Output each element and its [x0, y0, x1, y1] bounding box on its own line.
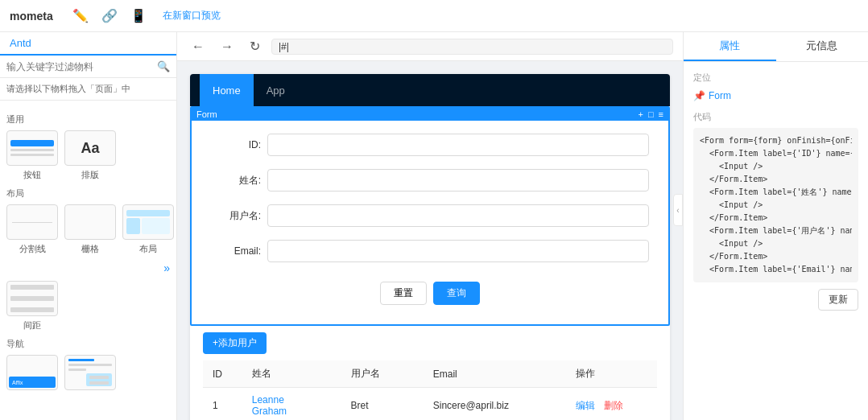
- form-location-link[interactable]: 📌 Form: [693, 90, 858, 101]
- col-id: ID: [203, 360, 242, 388]
- input-id[interactable]: [267, 134, 649, 156]
- search-button[interactable]: 查询: [433, 282, 480, 305]
- form-add-icon[interactable]: +: [638, 109, 643, 119]
- code-line-8: <Input />: [700, 237, 852, 250]
- nav-item-home[interactable]: Home: [200, 74, 254, 106]
- section-title-layout: 布局: [6, 187, 170, 200]
- sidebar-content: 通用 按钮 Aa 排版: [0, 101, 176, 420]
- refresh-btn[interactable]: ↻: [245, 37, 265, 56]
- input-username[interactable]: [267, 204, 649, 227]
- sidebar-item-layout[interactable]: 布局: [122, 204, 174, 255]
- sidebar-hint: 请选择以下物料拖入「页面」中: [0, 78, 176, 101]
- mobile-icon[interactable]: 📱: [130, 8, 147, 23]
- tab-properties[interactable]: 属性: [684, 32, 776, 61]
- nav-item-app[interactable]: App: [254, 74, 298, 106]
- form-row-name: 姓名:: [211, 169, 649, 191]
- sidebar-item-divider[interactable]: 分割线: [6, 204, 58, 255]
- spacing-label: 间距: [23, 319, 41, 331]
- edit-btn-1[interactable]: 编辑: [576, 400, 595, 411]
- preview-nav: Home App: [190, 74, 670, 106]
- code-line-2: <Input />: [700, 160, 852, 173]
- expand-arrow[interactable]: »: [163, 261, 170, 274]
- update-btn-container: 更新: [693, 289, 858, 311]
- table-header-row: ID 姓名 用户名 Email 操作: [203, 360, 657, 388]
- delete-btn-1[interactable]: 删除: [604, 400, 623, 411]
- common-items-row: 按钮 Aa 排版: [6, 130, 170, 181]
- add-user-button[interactable]: +添加用户: [203, 332, 267, 354]
- form-row-email: Email:: [211, 240, 649, 262]
- input-email[interactable]: [267, 240, 649, 262]
- search-icon[interactable]: 🔍: [157, 60, 170, 72]
- code-line-3: </Form.Item>: [700, 173, 852, 186]
- form-link-label[interactable]: Form: [709, 90, 731, 101]
- section-title-nav: 导航: [6, 338, 170, 350]
- main-layout: Antd 🔍 请选择以下物料拖入「页面」中 通用: [0, 32, 868, 420]
- search-input[interactable]: [6, 61, 154, 72]
- button-label: 按钮: [23, 169, 41, 181]
- form-container: Form + □ ≡ ID: 姓名:: [190, 106, 670, 326]
- right-panel-tabs: 属性 元信息: [684, 32, 868, 62]
- right-panel-content: 定位 📌 Form 代码 <Form form={form} onFinish=…: [684, 62, 868, 420]
- layout-label: 布局: [139, 243, 157, 255]
- sidebar-item-grid[interactable]: 栅格: [64, 204, 116, 255]
- cell-email-1: Sincere@april.biz: [424, 388, 566, 421]
- label-id: ID:: [211, 139, 267, 150]
- form-menu-icon[interactable]: ≡: [659, 109, 663, 119]
- code-line-7: <Form.Item label={'用户名'} name={: [700, 224, 852, 237]
- form-title-actions: + □ ≡: [638, 109, 663, 119]
- sidebar-item-button[interactable]: 按钮: [6, 130, 58, 181]
- canvas-area: ← → ↻ |#| Home App: [177, 32, 683, 420]
- section-title-common: 通用: [6, 113, 170, 126]
- edit-icon[interactable]: ✏️: [72, 8, 89, 23]
- form-pin-icon: 📌: [693, 90, 705, 101]
- code-line-10: <Form.Item label={'Email'} name={: [700, 263, 852, 276]
- grid-label: 栅格: [81, 243, 99, 255]
- sidebar-item-spacing[interactable]: 间距: [6, 281, 58, 331]
- update-button[interactable]: 更新: [818, 289, 858, 311]
- location-title: 定位: [693, 72, 858, 84]
- table-area: +添加用户 ID 姓名 用户名 Email 操作: [190, 326, 670, 420]
- data-table: ID 姓名 用户名 Email 操作 1 LeanneGr: [203, 360, 657, 420]
- canvas-toolbar: ← → ↻ |#|: [177, 32, 683, 61]
- reset-button[interactable]: 重置: [380, 282, 427, 305]
- form-row-id: ID:: [211, 134, 649, 156]
- col-email: Email: [424, 360, 566, 388]
- code-line-5: <Input />: [700, 199, 852, 212]
- sidebar-item-menu[interactable]: [64, 355, 116, 393]
- back-btn[interactable]: ←: [187, 38, 209, 56]
- label-name: 姓名:: [211, 174, 267, 187]
- name-link-1[interactable]: LeanneGraham: [252, 394, 287, 417]
- form-title-bar: Form + □ ≡: [192, 108, 668, 121]
- typography-label: 排版: [81, 169, 99, 181]
- sidebar-search-bar: 🔍: [0, 56, 176, 78]
- form-row-username: 用户名:: [211, 204, 649, 227]
- cell-name-1: LeanneGraham: [242, 388, 341, 421]
- nav-items-row: Affix: [6, 355, 170, 393]
- right-panel: 属性 元信息 定位 📌 Form 代码 <Form form={form} on…: [683, 32, 868, 420]
- col-action: 操作: [566, 360, 657, 388]
- label-username: 用户名:: [211, 209, 267, 223]
- code-line-0: <Form form={form} onFinish={onFinish} la…: [700, 134, 852, 147]
- sidebar-tabs: Antd: [0, 32, 176, 56]
- form-duplicate-icon[interactable]: □: [648, 109, 654, 119]
- left-sidebar: Antd 🔍 请选择以下物料拖入「页面」中 通用: [0, 32, 177, 420]
- sidebar-item-affix[interactable]: Affix: [6, 355, 58, 393]
- sidebar-tab-antd[interactable]: Antd: [0, 32, 41, 56]
- cell-username-1: Bret: [341, 388, 424, 421]
- form-body: ID: 姓名: 用户名: Email:: [192, 121, 668, 324]
- tab-meta[interactable]: 元信息: [776, 32, 869, 61]
- table-row: 1 LeanneGraham Bret Sincere@april.biz 编辑…: [203, 388, 657, 421]
- sidebar-item-typography[interactable]: Aa 排版: [64, 130, 116, 181]
- url-bar[interactable]: |#|: [271, 39, 673, 55]
- cell-action-1: 编辑 删除: [566, 388, 657, 421]
- forward-btn[interactable]: →: [216, 38, 238, 56]
- preview-page: Home App Form + □ ≡: [190, 74, 670, 420]
- col-username: 用户名: [341, 360, 424, 388]
- input-name[interactable]: [267, 169, 649, 191]
- logo: mometa: [10, 10, 53, 23]
- col-name: 姓名: [242, 360, 341, 388]
- cell-id-1: 1: [203, 388, 242, 421]
- preview-link[interactable]: 在新窗口预览: [163, 9, 221, 23]
- topbar: mometa ✏️ 🔗 📱 在新窗口预览: [0, 0, 868, 32]
- link-icon[interactable]: 🔗: [101, 8, 118, 23]
